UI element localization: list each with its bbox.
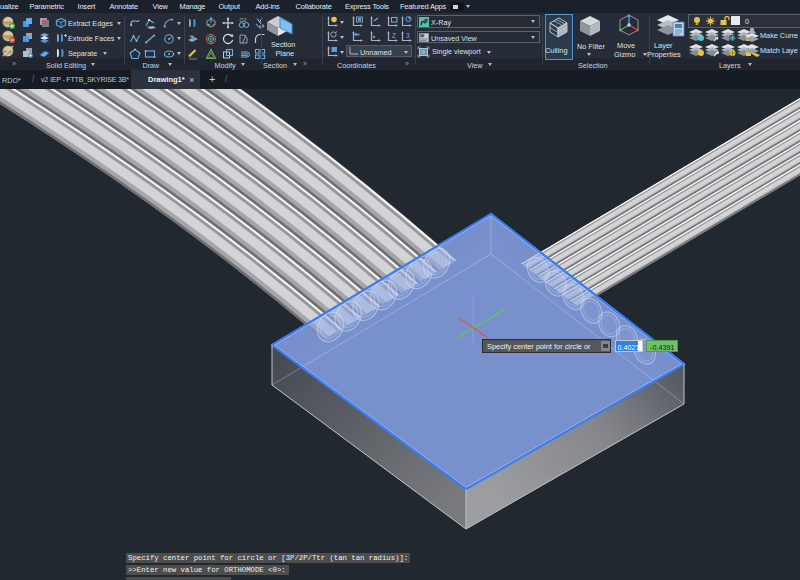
svg-text:Z: Z bbox=[392, 32, 396, 39]
svg-text:O2: O2 bbox=[239, 17, 246, 23]
svg-text:3: 3 bbox=[406, 32, 410, 39]
